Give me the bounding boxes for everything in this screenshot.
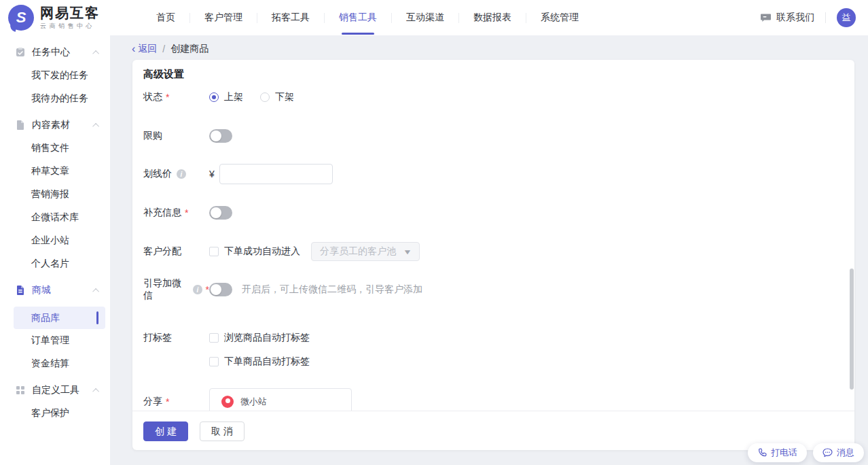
breadcrumb-separator: /	[162, 44, 165, 54]
form-row-tagging-2: 下单商品自动打标签	[143, 355, 841, 368]
message-button[interactable]: 消息	[813, 443, 864, 462]
app-header: S 网易互客 云商销售中心 首页 客户管理 拓客工具 销售工具 互动渠道 数据报…	[0, 0, 868, 35]
nav-item-interaction-channels[interactable]: 互动渠道	[392, 0, 458, 35]
info-icon[interactable]: i	[177, 169, 186, 179]
auto-enter-checkbox-label[interactable]: 下单成功自动进入	[224, 245, 300, 258]
app-logo: S 网易互客 云商销售中心	[8, 5, 100, 31]
nav-item-sales-tools[interactable]: 销售工具	[325, 0, 391, 35]
form-row-share: 分享 * 微小站	[143, 388, 841, 411]
sidebar-group-label: 商城	[32, 284, 51, 296]
avatar-text: 益	[842, 12, 851, 24]
sidebar-group-content-material[interactable]: 内容素材	[0, 114, 110, 137]
field-label-purchase-limit: 限购	[143, 130, 162, 142]
phone-icon	[757, 448, 767, 458]
field-label-strike-price: 划线价	[143, 168, 172, 180]
sidebar-item-marketing-posters[interactable]: 营销海报	[0, 183, 110, 206]
header-divider	[825, 12, 826, 23]
form-scroll-area: 高级设置 状态 * 上架 下架 限购	[132, 60, 854, 411]
sidebar-item-personal-card[interactable]: 个人名片	[0, 252, 110, 275]
vertical-scrollbar-thumb[interactable]	[850, 269, 854, 390]
sidebar-item-product-library[interactable]: 商品库	[14, 307, 105, 329]
radio-off-shelf[interactable]	[260, 92, 270, 102]
form-row-status: 状态 * 上架 下架	[143, 90, 841, 104]
nav-item-data-reports[interactable]: 数据报表	[459, 0, 526, 35]
sidebar-group-mall[interactable]: 商城	[0, 279, 110, 302]
nav-item-lead-tools[interactable]: 拓客工具	[257, 0, 324, 35]
back-chevron-icon: ‹	[132, 44, 135, 54]
mall-icon	[15, 285, 26, 296]
nav-item-home[interactable]: 首页	[142, 0, 189, 35]
radio-label-off-shelf[interactable]: 下架	[275, 91, 294, 103]
call-button-label: 打电话	[771, 447, 797, 459]
sidebar-item-my-issued-tasks[interactable]: 我下发的任务	[0, 64, 110, 87]
radio-on-shelf[interactable]	[209, 92, 219, 102]
customer-pool-select[interactable]: 分享员工的客户池 ▼	[311, 242, 420, 261]
sidebar-item-my-pending-tasks[interactable]: 我待办的任务	[0, 87, 110, 110]
sidebar-group-label: 自定义工具	[32, 384, 79, 396]
create-button[interactable]: 创 建	[143, 421, 188, 441]
tasks-icon	[15, 47, 26, 58]
field-label-tagging: 打标签	[143, 332, 172, 344]
sidebar-item-sales-files[interactable]: 销售文件	[0, 137, 110, 160]
form-row-wechat-guide: 引导加微信 i * 开启后，可上传微信二维码，引导客户添加	[143, 283, 841, 296]
app-title: 网易互客	[40, 5, 100, 20]
chevron-up-icon	[92, 50, 99, 56]
radio-label-on-shelf[interactable]: 上架	[224, 91, 243, 103]
sidebar-group-label: 任务中心	[32, 46, 70, 58]
wechat-guide-toggle[interactable]	[209, 283, 232, 296]
field-label-customer-assign: 客户分配	[143, 245, 181, 258]
brand-icon-letter: S	[16, 9, 26, 27]
contact-us-label: 联系我们	[776, 12, 814, 24]
nav-item-system-management[interactable]: 系统管理	[526, 0, 593, 35]
info-icon[interactable]: i	[193, 285, 202, 294]
back-link[interactable]: ‹ 返回	[132, 43, 157, 55]
sidebar-item-seeding-articles[interactable]: 种草文章	[0, 160, 110, 183]
breadcrumb: ‹ 返回 / 创建商品	[110, 35, 868, 55]
required-asterisk: *	[166, 92, 169, 103]
sidebar-group-label: 内容素材	[32, 119, 70, 131]
tag-on-order-checkbox[interactable]	[209, 357, 219, 366]
field-label-wechat-guide: 引导加微信	[143, 277, 188, 302]
sidebar-item-fund-settlement[interactable]: 资金结算	[0, 352, 110, 375]
tag-on-view-label[interactable]: 浏览商品自动打标签	[224, 332, 310, 344]
form-row-tagging: 打标签 浏览商品自动打标签	[143, 331, 841, 345]
share-option-label: 微小站	[240, 396, 267, 408]
app-subtitle: 云商销售中心	[40, 22, 100, 31]
back-label: 返回	[138, 43, 157, 55]
tools-icon	[15, 385, 26, 396]
chevron-up-icon	[92, 388, 99, 394]
sidebar-group-task-center[interactable]: 任务中心	[0, 41, 110, 64]
sidebar-item-wecom-scripts[interactable]: 企微话术库	[0, 206, 110, 229]
required-asterisk: *	[166, 396, 169, 407]
form-actions: 创 建 取 消	[132, 411, 854, 441]
top-nav: 首页 客户管理 拓客工具 销售工具 互动渠道 数据报表 系统管理	[142, 0, 593, 35]
chevron-up-icon	[92, 288, 99, 294]
purchase-limit-toggle[interactable]	[209, 129, 232, 143]
call-button[interactable]: 打电话	[748, 443, 807, 462]
sidebar-group-custom-tools[interactable]: 自定义工具	[0, 379, 110, 402]
sidebar-item-customer-protection[interactable]: 客户保护	[0, 402, 110, 425]
strike-price-input[interactable]	[219, 164, 333, 184]
sidebar-item-order-management[interactable]: 订单管理	[0, 329, 110, 352]
message-button-label: 消息	[837, 447, 854, 459]
tag-on-order-label[interactable]: 下单商品自动打标签	[224, 356, 310, 368]
sidebar-item-company-minisite[interactable]: 企业小站	[0, 229, 110, 252]
nav-item-customer-management[interactable]: 客户管理	[190, 0, 257, 35]
required-asterisk: *	[185, 207, 188, 218]
caret-down-icon: ▼	[403, 248, 412, 256]
customer-pool-select-value: 分享员工的客户池	[320, 245, 396, 258]
tag-on-view-checkbox[interactable]	[209, 333, 219, 343]
user-avatar[interactable]: 益	[837, 8, 856, 27]
sidebar: 任务中心 我下发的任务 我待办的任务 内容素材 销售文件 种草文章 营销海报 企…	[0, 35, 110, 465]
auto-enter-checkbox[interactable]	[209, 247, 219, 256]
page-title: 创建商品	[170, 43, 209, 55]
cancel-button[interactable]: 取 消	[200, 421, 245, 441]
field-label-share: 分享	[143, 396, 162, 408]
share-option-weixiaozhan[interactable]: 微小站	[209, 388, 352, 411]
extra-info-toggle[interactable]	[209, 206, 232, 220]
contact-us-button[interactable]: 联系我们	[760, 12, 814, 24]
weixiaozhan-icon	[221, 396, 234, 408]
chat-bubble-icon	[760, 13, 772, 23]
main-content: ‹ 返回 / 创建商品 高级设置 状态 * 上架 下架	[110, 35, 868, 465]
brand-icon: S	[8, 5, 34, 31]
